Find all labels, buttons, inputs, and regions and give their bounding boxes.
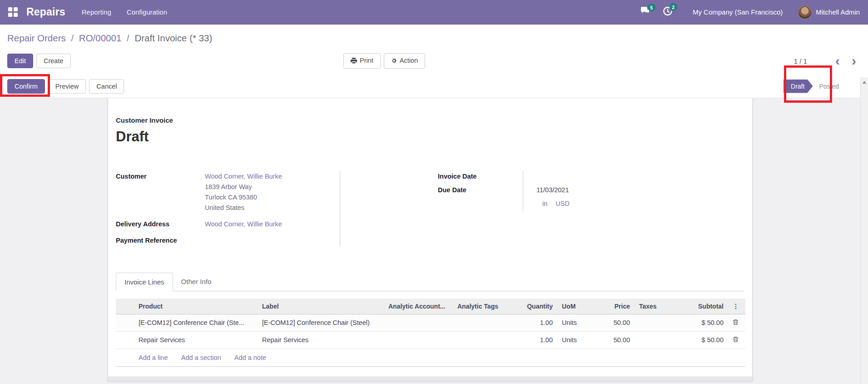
invoice-sheet: Customer Invoice Draft Customer Wood Cor… (108, 98, 753, 381)
invoice-date-value (523, 170, 642, 184)
status-bar: Confirm Preview Cancel Draft Posted (0, 75, 868, 98)
cancel-button[interactable]: Cancel (89, 79, 124, 94)
invoice-type-label: Customer Invoice (116, 116, 744, 124)
delivery-address-link[interactable]: Wood Corner, Willie Burke (205, 220, 282, 228)
handle-column-header (116, 299, 134, 314)
gear-icon (391, 58, 397, 65)
col-analytic-tags[interactable]: Analytic Tags (453, 299, 506, 314)
printer-icon (351, 58, 357, 65)
table-row[interactable]: Repair Services Repair Services 1.00 Uni… (116, 332, 745, 349)
currency-prefix: in (536, 200, 547, 207)
col-label[interactable]: Label (258, 299, 384, 314)
address-line-1: 1839 Arbor Way (205, 183, 340, 190)
col-price[interactable]: Price (590, 299, 635, 314)
delete-line-icon[interactable] (733, 319, 739, 327)
preview-button[interactable]: Preview (48, 79, 86, 94)
add-a-section-link[interactable]: Add a section (181, 354, 221, 361)
pager-previous-icon[interactable]: ‹ (835, 54, 840, 68)
invoice-lines-table: Product Label Analytic Account... Analyt… (116, 299, 745, 367)
customer-link[interactable]: Wood Corner, Willie Burke (205, 173, 282, 180)
user-name: Mitchell Admin (816, 8, 860, 16)
delete-line-icon[interactable] (733, 336, 739, 344)
col-uom[interactable]: UoM (557, 299, 590, 314)
vertical-scrollbar[interactable] (860, 77, 868, 384)
top-navbar: Repairs Reporting Configuration 5 2 My C… (0, 0, 868, 25)
delivery-address-label: Delivery Address (116, 218, 205, 234)
next-section-strip (108, 376, 752, 381)
menu-reporting[interactable]: Reporting (82, 8, 111, 16)
pager-count: 1 / 1 (794, 57, 807, 65)
user-menu[interactable]: Mitchell Admin (798, 5, 860, 19)
customer-label: Customer (116, 170, 205, 218)
tab-invoice-lines[interactable]: Invoice Lines (116, 273, 173, 291)
company-switcher[interactable]: My Company (San Francisco) (693, 8, 783, 16)
confirm-button[interactable]: Confirm (7, 79, 45, 94)
table-footer-row: Add a line Add a section Add a note (116, 349, 745, 367)
address-line-2: Turlock CA 95380 (205, 194, 340, 201)
col-product[interactable]: Product (134, 299, 258, 314)
print-button[interactable]: Print (343, 53, 381, 69)
chat-bubbles-icon (640, 10, 651, 17)
notebook-tabs: Invoice Lines Other Info (116, 273, 744, 291)
customer-group: Customer Wood Corner, Willie Burke 1839 … (116, 170, 340, 246)
activities-button[interactable]: 2 (663, 6, 673, 18)
due-date-value: 11/03/2021 (523, 184, 642, 198)
create-button[interactable]: Create (36, 54, 71, 68)
add-a-note-link[interactable]: Add a note (234, 354, 266, 361)
col-quantity[interactable]: Quantity (506, 299, 557, 314)
messages-badge: 5 (648, 4, 655, 11)
address-line-3: United States (205, 204, 340, 211)
breadcrumb-repair-orders[interactable]: Repair Orders (7, 33, 66, 43)
activities-badge: 2 (670, 3, 677, 11)
due-date-label: Due Date (438, 184, 523, 198)
breadcrumb-separator: / (127, 33, 129, 43)
pager-next-icon[interactable]: › (852, 54, 856, 68)
control-row: Edit Create Print Action 1 / 1 ‹ › (0, 47, 868, 75)
col-subtotal[interactable]: Subtotal (665, 299, 728, 314)
optional-columns-icon[interactable]: ⋮ (728, 299, 745, 314)
col-analytic-account[interactable]: Analytic Account... (384, 299, 453, 314)
payment-reference-label: Payment Reference (116, 234, 205, 246)
scroll-up-arrow-icon[interactable] (861, 79, 868, 86)
state-posted[interactable]: Posted (819, 83, 839, 90)
action-button[interactable]: Action (384, 53, 425, 69)
breadcrumb-separator: / (71, 33, 74, 43)
form-view: Customer Invoice Draft Customer Wood Cor… (0, 98, 868, 381)
breadcrumb-ro-00001[interactable]: RO/00001 (79, 33, 121, 43)
invoice-state-title: Draft (116, 129, 744, 145)
currency-link[interactable]: USD (556, 200, 570, 207)
breadcrumb-current: Draft Invoice (* 33) (134, 33, 212, 43)
table-header-row: Product Label Analytic Account... Analyt… (116, 299, 745, 314)
menu-configuration[interactable]: Configuration (127, 8, 167, 16)
app-name[interactable]: Repairs (26, 6, 65, 18)
activity-clock-icon (663, 10, 673, 18)
tab-other-info[interactable]: Other Info (173, 273, 220, 291)
breadcrumb-bar: Repair Orders / RO/00001 / Draft Invoice… (0, 25, 868, 47)
invoice-date-label: Invoice Date (438, 170, 523, 184)
messages-button[interactable]: 5 (640, 7, 651, 17)
add-a-line-link[interactable]: Add a line (139, 354, 168, 361)
payment-reference-value (205, 234, 340, 246)
apps-menu-icon[interactable] (8, 7, 18, 17)
breadcrumb: Repair Orders / RO/00001 / Draft Invoice… (7, 33, 861, 44)
dates-group: Invoice Date Due Date 11/03/2021 in USD (438, 170, 642, 246)
edit-button[interactable]: Edit (7, 54, 33, 68)
state-draft[interactable]: Draft (784, 80, 813, 93)
table-row[interactable]: [E-COM12] Conference Chair (Ste... [E-CO… (116, 314, 745, 332)
avatar (798, 5, 812, 19)
col-taxes[interactable]: Taxes (635, 299, 665, 314)
